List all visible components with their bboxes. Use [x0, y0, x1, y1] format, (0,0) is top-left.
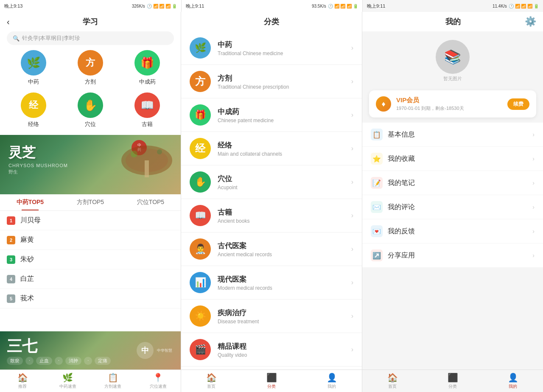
right-bottom-nav: 🏠 首页 ⬛ 分类 👤 我的	[362, 370, 543, 392]
nav-category-mid[interactable]: ⬛ 分类	[241, 370, 302, 392]
icon-xuewei[interactable]: ✋ 穴位	[65, 92, 115, 128]
menu-basic-info[interactable]: 📋 基本信息 ›	[362, 123, 543, 147]
icon-zhongchengyao[interactable]: 🎁 中成药	[122, 50, 172, 86]
cat-info-zhongyao: 中药 Traditional Chinese medicine	[218, 40, 344, 56]
search-icon: 🔍	[13, 35, 20, 42]
category-xiandai-yian[interactable]: 📊 现代医案 Modern medical records ›	[181, 266, 362, 300]
cat-icon-xuewei: ✋	[190, 171, 211, 193]
item-name-5: 莪术	[20, 294, 34, 303]
nav-xuewei[interactable]: 📍 穴位速查	[136, 370, 181, 392]
nav-tuijian[interactable]: 🏠 推荐	[0, 370, 45, 392]
right-title: 我的	[381, 17, 525, 27]
banner2: 三七 散瘀 · 止血 · 消肿 · 定痛 中 中华智慧	[0, 331, 181, 370]
category-guji[interactable]: 📖 古籍 Ancient books ›	[181, 199, 362, 232]
menu-my-notes[interactable]: 📝 我的笔记 ›	[362, 171, 543, 195]
back-button[interactable]: ‹	[7, 17, 10, 27]
icon-guji[interactable]: 📖 古籍	[122, 92, 172, 128]
svg-rect-2	[145, 160, 149, 177]
icon-jingluo[interactable]: 经 经络	[8, 92, 59, 128]
tab-xuewei-top5[interactable]: 穴位TOP5	[120, 194, 181, 210]
avatar[interactable]: 📚	[436, 40, 470, 74]
category-fangji[interactable]: 方 方剂 Traditional Chinese prescription ›	[181, 65, 362, 98]
item-name-1: 川贝母	[20, 216, 41, 225]
category-jibing[interactable]: ☀️ 疾病治疗 Disease treatment ›	[181, 300, 362, 333]
middle-header: 分类	[181, 12, 362, 31]
list-item[interactable]: 2 麻黄	[0, 230, 181, 250]
rank-badge-4: 4	[7, 275, 15, 283]
vip-info: VIP会员 1970-01-01 到期，剩余-18530天	[396, 96, 502, 112]
category-gudai-yian[interactable]: 👨‍⚕️ 古代医案 Ancient medical records ›	[181, 232, 362, 266]
status-bar-left: 晚上9:13 326K/s 🕐 📶 📶 📶 🔋	[0, 0, 181, 12]
cat-icon-jingpin: 🎬	[190, 339, 211, 360]
time-left: 晚上9:13	[4, 3, 22, 9]
icon-xuewei-label: 穴位	[85, 120, 96, 128]
icon-fangji-circle: 方	[78, 50, 103, 76]
cat-icon-zhongchengyao: 🎁	[190, 104, 211, 126]
category-jingluo[interactable]: 经 经络 Main and collateral channels ›	[181, 132, 362, 165]
list-item[interactable]: 4 白芷	[0, 269, 181, 289]
search-bar[interactable]: 🔍 针灸学|本草纲目|李时珍	[7, 31, 174, 45]
panel-left: ‹ 学习 🔍 针灸学|本草纲目|李时珍 🌿 中药 方 方剂 🎁 中成药 经 经络	[0, 12, 181, 392]
category-icon: ⬛	[266, 372, 277, 383]
menu-my-comments[interactable]: ✉️ 我的评论 ›	[362, 195, 543, 219]
cat-info-zhongchengyao: 中成药 Chinese patent medicine	[218, 107, 344, 123]
nav-home-mid[interactable]: 🏠 首页	[181, 370, 241, 392]
settings-button[interactable]: ⚙️	[525, 16, 536, 27]
cat-info-xiandai: 现代医案 Modern medical records	[218, 274, 344, 291]
cat-info-jibing: 疾病治疗 Disease treatment	[218, 308, 344, 325]
nav-fangji[interactable]: 📋 方剂速查	[90, 370, 136, 392]
category-zhongyao[interactable]: 🌿 中药 Traditional Chinese medicine ›	[181, 31, 362, 65]
tab-fangji-top5[interactable]: 方剂TOP5	[60, 194, 120, 210]
chevron-right-icon: ›	[351, 145, 353, 152]
svg-point-4	[157, 149, 162, 154]
time-right: 晚上9:11	[367, 3, 385, 9]
icon-zhongyao-circle: 🌿	[21, 50, 46, 76]
vip-title: VIP会员	[396, 96, 502, 104]
item-name-4: 白芷	[20, 274, 34, 283]
list-item[interactable]: 1 川贝母	[0, 211, 181, 230]
status-bar-middle: 晚上9:11 93.5K/s 🕐 📶 📶 📶 🔋	[181, 0, 362, 12]
category-jingpin[interactable]: 🎬 精品课程 Quality video ›	[181, 333, 362, 367]
rank-badge-3: 3	[7, 255, 15, 264]
vip-expire: 1970-01-01 到期，剩余-18530天	[396, 105, 502, 112]
banner-left: 灵芝 CHRYSOS MUSHROOM 野生 中药	[0, 135, 181, 194]
rank-badge-2: 2	[7, 236, 15, 244]
home-icon: 🏠	[387, 372, 398, 383]
menu-label-collection: 我的收藏	[388, 154, 527, 163]
category-xuewei[interactable]: ✋ 穴位 Acupoint ›	[181, 165, 362, 199]
home-icon: 🏠	[206, 372, 217, 383]
nav-mine-mid[interactable]: 👤 我的	[302, 370, 362, 392]
tab-zhongyao-top5[interactable]: 中药TOP5	[0, 194, 60, 210]
nav-home-right[interactable]: 🏠 首页	[362, 370, 423, 392]
category-zhongchengyao[interactable]: 🎁 中成药 Chinese patent medicine ›	[181, 98, 362, 132]
icon-zhongyao[interactable]: 🌿 中药	[8, 50, 59, 86]
nav-zhongyao[interactable]: 🌿 中药速查	[45, 370, 91, 392]
cat-info-jingpin: 精品课程 Quality video	[218, 342, 344, 358]
icon-jingluo-label: 经络	[28, 120, 39, 128]
icon-fangji[interactable]: 方 方剂	[65, 50, 115, 86]
list-item[interactable]: 3 朱砂	[0, 250, 181, 269]
panel-middle: 分类 🌿 中药 Traditional Chinese medicine › 方…	[181, 12, 362, 392]
cat-icon-xiandai: 📊	[190, 272, 211, 293]
nav-mine-right[interactable]: 👤 我的	[483, 370, 543, 392]
chevron-right-icon: ›	[532, 228, 535, 235]
chevron-right-icon: ›	[532, 131, 535, 138]
left-title: 学习	[83, 17, 98, 27]
user-icon: 👤	[327, 372, 337, 383]
list-item[interactable]: 5 莪术	[0, 289, 181, 308]
menu-my-collection[interactable]: ⭐ 我的收藏 ›	[362, 147, 543, 171]
cat-icon-fangji: 方	[190, 71, 211, 92]
cat-info-guji: 古籍 Ancient books	[218, 207, 344, 224]
vip-renew-button[interactable]: 续费	[507, 98, 529, 110]
cat-info-gudai: 古代医案 Ancient medical records	[218, 241, 344, 258]
nav-category-right[interactable]: ⬛ 分类	[423, 370, 483, 392]
share-icon: ↗️	[371, 249, 383, 261]
cat-icon-jibing: ☀️	[190, 305, 211, 327]
cat-icon-jingluo: 经	[190, 138, 211, 159]
menu-share-app[interactable]: ↗️ 分享应用 ›	[362, 244, 543, 268]
category-icon-grid: 🌿 中药 方 方剂 🎁 中成药 经 经络 ✋ 穴位 📖 古籍	[0, 50, 181, 128]
menu-my-feedback[interactable]: 💌 我的反馈 ›	[362, 219, 543, 244]
profile-section: 📚 暂无图片	[362, 31, 543, 90]
acupoint-icon: 📍	[153, 372, 163, 383]
menu-section: 📋 基本信息 › ⭐ 我的收藏 › 📝 我的笔记 › ✉️ 我的评论 › 💌	[362, 123, 543, 268]
